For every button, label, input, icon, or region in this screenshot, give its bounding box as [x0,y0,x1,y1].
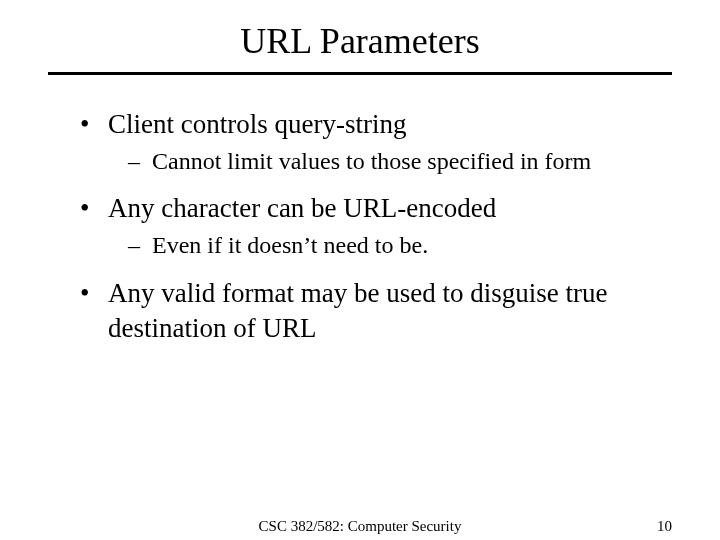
slide-content: Client controls query-string Cannot limi… [0,75,720,346]
footer-page-number: 10 [657,518,672,535]
slide-title: URL Parameters [0,0,720,72]
bullet-level1: Any character can be URL-encoded [60,191,660,226]
bullet-level2: Cannot limit values to those specified i… [60,146,660,177]
bullet-level1: Any valid format may be used to disguise… [60,276,660,346]
bullet-level2: Even if it doesn’t need to be. [60,230,660,261]
slide: URL Parameters Client controls query-str… [0,0,720,540]
bullet-level1: Client controls query-string [60,107,660,142]
footer-course: CSC 382/582: Computer Security [0,518,720,535]
